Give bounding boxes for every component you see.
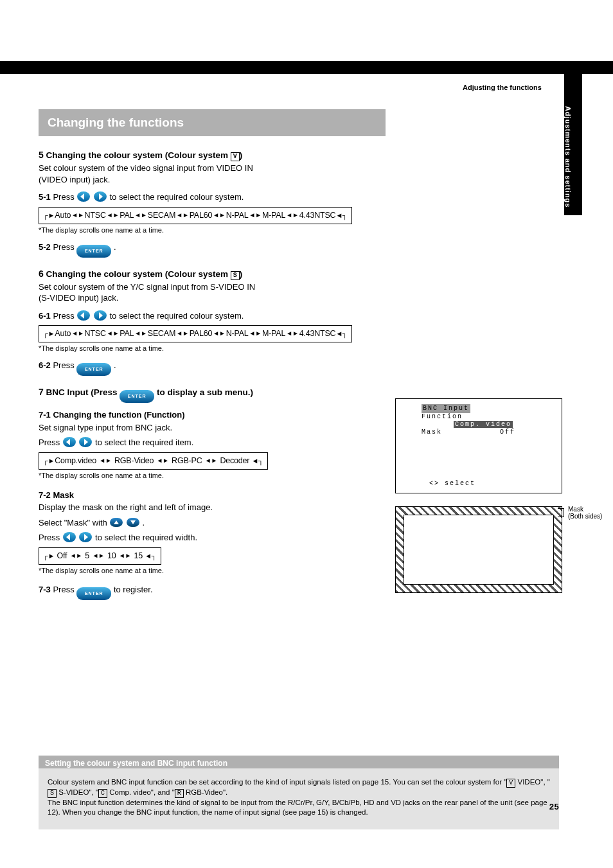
scroll-note: *The display scrolls one name at a time. (39, 566, 386, 576)
step-title: Changing the colour system (Colour syste… (46, 269, 242, 279)
flow-options: ┌►Auto◄►NTSC◄►PAL◄►SECAM◄►PAL60◄►N-PAL◄►… (39, 207, 352, 224)
press-lr-text: Press to select the required colour syst… (53, 311, 244, 321)
step-number: 7 (39, 387, 44, 397)
v-badge-icon: V (231, 152, 240, 161)
step-body: Set colour system of the video signal in… (39, 163, 386, 185)
right-arrow-icon[interactable] (79, 532, 92, 542)
step-5: 5 Changing the colour system (Colour sys… (39, 149, 386, 258)
step-body: Set signal type input from BNC jack. (39, 422, 386, 434)
step-body: Display the mask on the right and left o… (39, 502, 386, 513)
right-arrow-icon[interactable] (94, 191, 107, 202)
substep-number: 7-3 (39, 585, 51, 594)
step-number: 5 (39, 150, 44, 160)
osd-footer: <> select (429, 480, 475, 488)
step-7: 7 BNC Input (Press ENTER to display a su… (39, 386, 386, 600)
left-arrow-icon[interactable] (77, 191, 90, 202)
side-tab-text: Adjustments and settings (564, 61, 572, 208)
footer-text: Colour system and BNC input function can… (48, 777, 550, 818)
section-header: Changing the functions (39, 109, 386, 136)
osd-title: BNC Input (422, 404, 470, 413)
page-number: 25 (549, 802, 559, 813)
right-arrow-icon[interactable] (94, 310, 107, 321)
enter-button-icon[interactable]: ENTER (120, 390, 154, 403)
side-tab: Adjustments and settings (564, 61, 582, 215)
press-enter-text: Press ENTER . (53, 360, 116, 370)
enter-button-icon[interactable]: ENTER (76, 245, 111, 258)
scroll-note: *The display scrolls one name at a time. (39, 226, 386, 235)
corner-title: Adjusting the functions (463, 84, 542, 91)
substep-number: 7-1 (39, 410, 51, 420)
press-ud-text: Select "Mask" with . (39, 517, 386, 529)
press-enter-text: Press ENTER to register. (53, 585, 152, 594)
s-badge-icon: S (48, 789, 57, 798)
left-arrow-icon[interactable] (77, 310, 90, 321)
s-badge-icon: S (231, 271, 240, 280)
step-title: Changing the colour system (Colour syste… (46, 150, 242, 160)
step-number: 6 (39, 269, 44, 279)
footer-note-box: Setting the colour system and BNC input … (39, 756, 559, 829)
press-enter-text: Press ENTER . (53, 242, 116, 252)
press-lr-text: Press to select the required colour syst… (53, 192, 244, 202)
top-black-bar (0, 61, 613, 74)
footer-title: Setting the colour system and BNC input … (45, 758, 227, 768)
step-title: BNC Input (Press ENTER to display a sub … (46, 387, 253, 397)
enter-button-icon[interactable]: ENTER (76, 587, 111, 600)
substep-number: 6-2 (39, 360, 51, 370)
osd-row: MaskOff (422, 429, 536, 436)
substep-title: Changing the function (Function) (53, 410, 184, 420)
mask-diagram: Mask(Both sides) (395, 506, 562, 593)
osd-mockup: BNC Input Function Comp. video MaskOff <… (395, 398, 562, 493)
substep-number: 5-2 (39, 242, 51, 252)
main-content: Changing the functions 5 Changing the co… (39, 109, 386, 610)
scroll-note: *The display scrolls one name at a time. (39, 471, 386, 481)
c-badge-icon: C (98, 789, 107, 798)
v-badge-icon: V (506, 779, 515, 788)
up-arrow-icon[interactable] (110, 518, 123, 527)
press-lr-text: Press to select the required width. (39, 532, 386, 544)
mask-bracket (558, 508, 564, 517)
left-arrow-icon[interactable] (63, 437, 76, 447)
left-arrow-icon[interactable] (63, 532, 76, 542)
down-arrow-icon[interactable] (127, 518, 139, 527)
press-lr-text: Press to select the required item. (39, 437, 386, 448)
mask-label: Mask(Both sides) (568, 506, 613, 520)
r-badge-icon: R (175, 789, 184, 798)
substep-number: 7-2 (39, 490, 51, 500)
right-column: BNC Input Function Comp. video MaskOff <… (395, 109, 562, 593)
flow-options: ┌► Off ◄► 5 ◄► 10 ◄► 15 ◄┐ (39, 547, 161, 565)
step-6: 6 Changing the colour system (Colour sys… (39, 268, 386, 376)
osd-value: Comp. video (422, 421, 536, 429)
substep-title: Mask (53, 490, 74, 500)
enter-button-icon[interactable]: ENTER (76, 363, 111, 376)
flow-options: ┌►Auto◄►NTSC◄►PAL◄►SECAM◄►PAL60◄►N-PAL◄►… (39, 325, 352, 342)
right-arrow-icon[interactable] (79, 437, 92, 447)
step-body: Set colour system of the Y/C signal inpu… (39, 281, 386, 304)
substep-number: 6-1 (39, 311, 51, 321)
flow-options: ┌►Comp.video ◄► RGB-Video ◄► RGB-PC ◄► D… (39, 452, 268, 470)
osd-row: Function (422, 413, 536, 421)
scroll-note: *The display scrolls one name at a time. (39, 344, 386, 353)
substep-number: 5-1 (39, 192, 51, 202)
